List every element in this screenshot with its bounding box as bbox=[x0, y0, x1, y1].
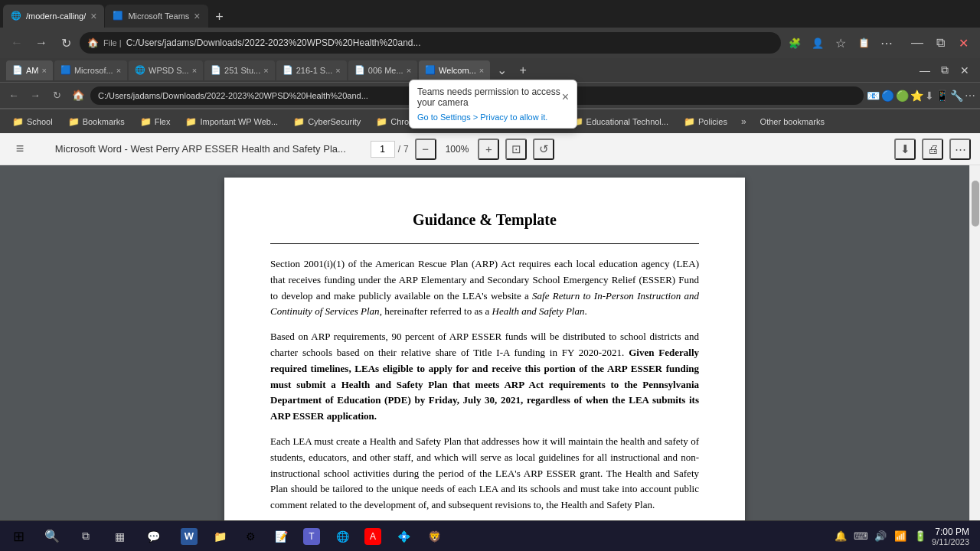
close-button-2[interactable]: ✕ bbox=[956, 61, 974, 80]
ext-icon-3[interactable]: 🟢 bbox=[896, 90, 909, 102]
bookmark-bookmarks[interactable]: 📁 Bookmarks bbox=[62, 114, 131, 129]
window-controls-2: — ⧉ ✕ bbox=[916, 61, 974, 80]
taskbar-app-acrobat[interactable]: A bbox=[358, 523, 387, 550]
restore-button-2[interactable]: ⧉ bbox=[936, 61, 954, 80]
zoom-out-button[interactable]: − bbox=[415, 139, 436, 160]
tab-wpsd-close[interactable]: × bbox=[192, 66, 197, 75]
profile-button[interactable]: 👤 bbox=[807, 32, 828, 54]
taskbar-chat-button[interactable]: 💬 bbox=[138, 523, 168, 550]
tab-close-active[interactable]: × bbox=[90, 10, 96, 22]
back-button[interactable]: ← bbox=[6, 32, 28, 54]
home-button-2[interactable]: 🏠 bbox=[69, 86, 87, 105]
tab-am-close[interactable]: × bbox=[42, 66, 47, 75]
collections-button[interactable]: 📋 bbox=[853, 32, 874, 54]
tabs-dropdown-button[interactable]: ⌄ bbox=[492, 60, 511, 80]
taskbar-app-chrome[interactable]: 🌐 bbox=[328, 523, 357, 550]
bookmark-cybersecurity[interactable]: 📁 CyberSecurity bbox=[287, 114, 367, 129]
taskbar-start-button[interactable]: ⊞ bbox=[3, 523, 34, 550]
ext-icon-4[interactable]: ⭐ bbox=[910, 90, 923, 102]
forward-button[interactable]: → bbox=[31, 32, 52, 54]
ext-icon-1[interactable]: 📧 bbox=[867, 90, 880, 102]
more-options-button[interactable]: ⋯ bbox=[949, 139, 971, 160]
tab-active[interactable]: 🌐 /modern-calling/ × bbox=[3, 5, 104, 28]
tab-welcome[interactable]: 🟦 Welcom... × bbox=[419, 60, 490, 80]
tab-microsoft[interactable]: 🟦 Microsof... × bbox=[54, 60, 127, 80]
taskbar-left: ⊞ 🔍 ⧉ ▦ 💬 bbox=[3, 523, 168, 550]
new-tab-button[interactable]: + bbox=[209, 6, 230, 28]
bookmark-other[interactable]: Other bookmarks bbox=[754, 115, 831, 129]
extensions-button[interactable]: 🧩 bbox=[784, 32, 805, 54]
taskbar-search-button[interactable]: 🔍 bbox=[37, 523, 67, 550]
document-wrapper[interactable]: Guidance & Template Section 2001(i)(1) o… bbox=[0, 165, 969, 520]
word-menu-button[interactable]: ≡ bbox=[9, 139, 31, 160]
bookmark-flex[interactable]: 📁 Flex bbox=[134, 114, 177, 129]
reload-button-2[interactable]: ↻ bbox=[47, 86, 66, 105]
taskbar-app-notepad[interactable]: 📝 bbox=[266, 523, 296, 550]
page-number-input[interactable] bbox=[371, 141, 395, 158]
tab-close-teams[interactable]: × bbox=[194, 10, 200, 22]
bookmark-policies[interactable]: 📁 Policies bbox=[678, 114, 733, 129]
tray-keyboard-icon[interactable]: ⌨ bbox=[852, 528, 869, 545]
notification-link[interactable]: Go to Settings > Privacy to allow it. bbox=[410, 111, 577, 128]
close-button[interactable]: ✕ bbox=[952, 32, 974, 54]
taskbar-task-view-button[interactable]: ⧉ bbox=[70, 523, 101, 550]
taskbar-app-settings[interactable]: ⚙ bbox=[236, 523, 265, 550]
system-clock[interactable]: 7:00 PM 9/11/2023 bbox=[932, 527, 974, 546]
back-button-2[interactable]: ← bbox=[5, 86, 23, 105]
forward-button-2[interactable]: → bbox=[26, 86, 44, 105]
tray-network-icon[interactable]: 📶 bbox=[892, 528, 909, 545]
taskbar: ⊞ 🔍 ⧉ ▦ 💬 W 📁 ⚙ bbox=[0, 520, 980, 551]
tab-welcome-close[interactable]: × bbox=[479, 66, 484, 75]
print-icon: 🖨 bbox=[927, 142, 939, 155]
ext-icon-2[interactable]: 🔵 bbox=[881, 90, 894, 102]
fit-page-icon: ⊡ bbox=[511, 142, 521, 156]
taskbar-app-file-explorer[interactable]: 📁 bbox=[205, 523, 234, 550]
taskbar-widgets-button[interactable]: ▦ bbox=[104, 523, 135, 550]
tab-microsoft-close[interactable]: × bbox=[116, 66, 121, 75]
ext-icon-7[interactable]: 🔧 bbox=[950, 90, 963, 102]
bookmarks-more-button[interactable]: » bbox=[737, 114, 751, 129]
tray-battery-icon[interactable]: 🔋 bbox=[912, 528, 929, 545]
address-text-2: C:/Users/jadams/Downloads/2022-2023%20WP… bbox=[98, 91, 368, 100]
fit-page-button[interactable]: ⊡ bbox=[505, 139, 527, 160]
tray-volume-icon[interactable]: 🔊 bbox=[872, 528, 889, 545]
minimize-button[interactable]: — bbox=[906, 32, 928, 54]
bookmark-school[interactable]: 📁 School bbox=[6, 114, 59, 129]
tab-006[interactable]: 📄 006 Me... × bbox=[348, 60, 417, 80]
scrollbar[interactable] bbox=[969, 165, 980, 520]
minimize-button-2[interactable]: — bbox=[916, 61, 934, 80]
scroll-thumb[interactable] bbox=[972, 181, 979, 227]
address-bar[interactable]: 🏠 File | C:/Users/jadams/Downloads/2022-… bbox=[80, 32, 781, 54]
tab-006-close[interactable]: × bbox=[407, 66, 411, 75]
tab-251-close[interactable]: × bbox=[263, 66, 268, 75]
tray-notification-icon[interactable]: 🔔 bbox=[832, 528, 849, 545]
favorites-button[interactable]: ☆ bbox=[830, 32, 851, 54]
more-extensions[interactable]: ⋯ bbox=[965, 90, 975, 102]
tab-216[interactable]: 📄 216-1 S... × bbox=[276, 60, 347, 80]
reload-button[interactable]: ↻ bbox=[55, 32, 77, 54]
tab-am[interactable]: 📄 AM × bbox=[6, 60, 53, 80]
refresh-button[interactable]: ↺ bbox=[533, 139, 554, 160]
taskbar-app-teams[interactable]: T bbox=[297, 523, 326, 550]
taskbar-app-word[interactable]: W bbox=[175, 523, 204, 550]
taskbar-app-skype[interactable]: 💠 bbox=[389, 523, 418, 550]
more-button[interactable]: ⋯ bbox=[876, 32, 897, 54]
bookmark-educational-tech[interactable]: 📁 Educational Technol... bbox=[566, 114, 675, 129]
tab-wpsd[interactable]: 🌐 WPSD S... × bbox=[129, 60, 203, 80]
bookmark-cybersecurity-icon: 📁 bbox=[293, 116, 305, 127]
tab-251[interactable]: 📄 251 Stu... × bbox=[204, 60, 275, 80]
download-button[interactable]: ⬇ bbox=[894, 139, 916, 160]
tab-216-close[interactable]: × bbox=[335, 66, 340, 75]
zoom-in-button[interactable]: + bbox=[478, 139, 499, 160]
print-button[interactable]: 🖨 bbox=[922, 139, 943, 160]
bookmark-important-wp[interactable]: 📁 Important WP Web... bbox=[179, 114, 284, 129]
notification-close-button[interactable]: × bbox=[562, 91, 569, 103]
ext-icon-6[interactable]: 📱 bbox=[936, 90, 949, 102]
tab-microsoft-title: Microsof... bbox=[74, 66, 113, 75]
new-tab-button-2[interactable]: + bbox=[513, 60, 533, 80]
restore-button[interactable]: ⧉ bbox=[929, 32, 951, 54]
tab-teams[interactable]: 🟦 Microsoft Teams × bbox=[105, 5, 207, 28]
taskbar-app-brave[interactable]: 🦁 bbox=[420, 523, 449, 550]
ext-icon-5[interactable]: ⬇ bbox=[925, 90, 934, 102]
paragraph-2: Based on ARP requirements, 90 percent of… bbox=[270, 329, 699, 425]
